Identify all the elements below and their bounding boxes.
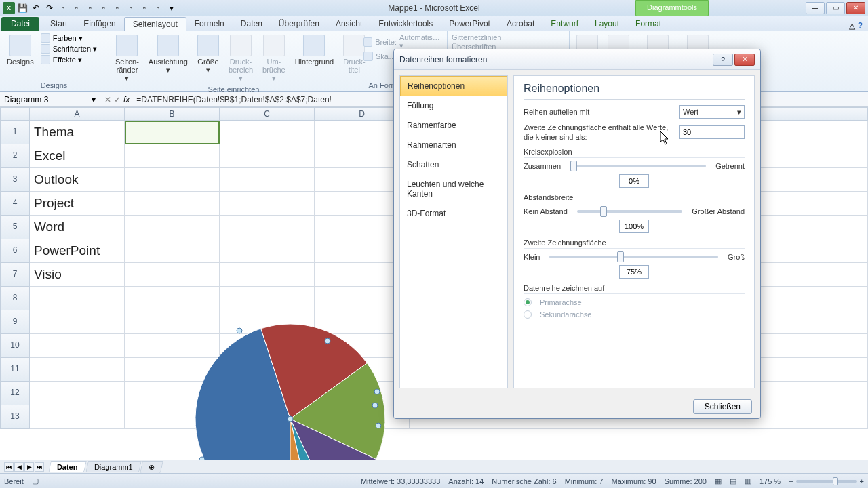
nav-leuchten[interactable]: Leuchten und weiche Kanten [400, 175, 507, 204]
view-pagebreak-icon[interactable]: ▥ [745, 476, 751, 485]
row-header[interactable]: 1 [0, 121, 30, 144]
nav-rahmenarten[interactable]: Rahmenarten [400, 136, 507, 155]
nav-fuellung[interactable]: Füllung [400, 96, 507, 116]
sheet-nav-prev-icon[interactable]: ◀ [14, 462, 24, 472]
tab-einfuegen[interactable]: Einfügen [75, 17, 123, 30]
designs-button[interactable]: Designs [4, 33, 37, 67]
sheet-tab[interactable]: Daten [48, 461, 86, 472]
tab-powerpivot[interactable]: PowerPivot [441, 17, 498, 30]
qat-item-icon[interactable]: ▫ [84, 2, 96, 14]
second-value-input[interactable] [679, 125, 745, 139]
sheet-nav-first-icon[interactable]: ⏮ [4, 462, 14, 472]
row-header[interactable]: 8 [0, 287, 30, 310]
select-all-corner[interactable] [0, 107, 30, 121]
cell[interactable]: Outlook [30, 168, 125, 192]
farben-button[interactable]: Farben ▾ [41, 33, 97, 43]
excel-icon[interactable]: X [3, 2, 15, 14]
qat-item-icon[interactable]: ▫ [71, 2, 83, 14]
cell[interactable]: Excel [30, 144, 125, 168]
ribbon-minimize-icon[interactable]: △ [849, 21, 855, 30]
nav-3dformat[interactable]: 3D-Format [400, 204, 507, 224]
close-dialog-button[interactable]: Schließen [693, 399, 752, 414]
qat-customize-icon[interactable]: ▾ [165, 2, 178, 14]
row-header[interactable]: 12 [0, 382, 30, 405]
sheet-nav-last-icon[interactable]: ⏭ [35, 462, 44, 472]
row-header[interactable]: 2 [0, 144, 30, 168]
cell[interactable] [125, 121, 220, 144]
tab-entwicklertools[interactable]: Entwicklertools [370, 17, 441, 30]
tab-acrobat[interactable]: Acrobat [498, 17, 542, 30]
row-header[interactable]: 5 [0, 216, 30, 239]
enter-formula-icon[interactable]: ✓ [114, 95, 121, 104]
secondplot-slider[interactable] [549, 256, 717, 258]
cancel-formula-icon[interactable]: ✕ [104, 95, 111, 104]
seitenraender-button[interactable]: Seiten- ränder ▾ [113, 33, 142, 84]
nav-schatten[interactable]: Schatten [400, 155, 507, 175]
sheet-tab[interactable]: Diagramm1 [85, 461, 141, 472]
zoom-slider[interactable] [796, 480, 857, 483]
row-header[interactable]: 6 [0, 239, 30, 263]
schriftarten-button[interactable]: Schriftarten ▾ [41, 44, 97, 54]
dialog-help-button[interactable]: ? [713, 54, 733, 66]
fx-icon[interactable]: fx [123, 95, 130, 104]
redo-icon[interactable]: ↷ [43, 2, 56, 14]
col-header[interactable]: B [125, 107, 220, 121]
dialog-close-button[interactable]: ✕ [734, 54, 755, 66]
qat-item-icon[interactable]: ▫ [138, 2, 151, 14]
hintergrund-button[interactable]: Hintergrund [292, 33, 336, 67]
cell[interactable]: Project [30, 192, 125, 216]
help-icon[interactable]: ? [858, 21, 863, 30]
row-header[interactable]: 7 [0, 263, 30, 287]
cell[interactable] [220, 121, 315, 144]
row-header[interactable]: 13 [0, 405, 30, 429]
row-header[interactable]: 11 [0, 358, 30, 382]
col-header[interactable]: C [220, 107, 315, 121]
view-pagelayout-icon[interactable]: ▤ [730, 476, 736, 485]
explosion-val[interactable]: 0% [619, 174, 649, 188]
name-box[interactable]: Diagramm 3▾ [0, 94, 100, 106]
nav-rahmenfarbe[interactable]: Rahmenfarbe [400, 116, 507, 136]
qat-item-icon[interactable]: ▫ [125, 2, 137, 14]
tab-seitenlayout[interactable]: Seitenlayout [124, 17, 186, 31]
tab-start[interactable]: Start [42, 17, 75, 30]
tab-format[interactable]: Format [627, 17, 669, 30]
close-button[interactable]: ✕ [846, 2, 865, 14]
row-header[interactable]: 9 [0, 310, 30, 334]
col-header[interactable]: A [30, 107, 125, 121]
tab-formeln[interactable]: Formeln [186, 17, 233, 30]
cell[interactable]: PowerPoint [30, 239, 125, 263]
zoom-level[interactable]: 175 % [760, 477, 781, 485]
qat-item-icon[interactable]: ▫ [152, 2, 164, 14]
split-combo[interactable]: Wert▾ [679, 105, 745, 119]
view-normal-icon[interactable]: ▦ [715, 476, 722, 485]
ausrichtung-button[interactable]: Ausrichtung ▾ [146, 33, 191, 76]
gap-val[interactable]: 100% [619, 220, 649, 233]
cell[interactable]: Visio [30, 263, 125, 287]
qat-item-icon[interactable]: ▫ [98, 2, 110, 14]
save-icon[interactable]: 💾 [16, 2, 28, 14]
file-tab[interactable]: Datei [1, 17, 39, 30]
sheet-nav-next-icon[interactable]: ▶ [24, 462, 34, 472]
tab-ueberpruefen[interactable]: Überprüfen [271, 17, 328, 30]
cell[interactable]: Word [30, 216, 125, 239]
gap-slider[interactable] [577, 210, 683, 213]
tab-daten[interactable]: Daten [233, 17, 271, 30]
qat-item-icon[interactable]: ▫ [57, 2, 69, 14]
effekte-button[interactable]: Effekte ▾ [41, 55, 97, 64]
row-header[interactable]: 3 [0, 168, 30, 192]
tab-entwurf[interactable]: Entwurf [542, 17, 587, 30]
minimize-button[interactable]: — [806, 2, 825, 14]
new-sheet-button[interactable]: ⊕ [140, 461, 164, 473]
secondplot-val[interactable]: 75% [619, 265, 649, 279]
zoom-out-button[interactable]: − [789, 477, 793, 485]
maximize-button[interactable]: ▭ [826, 2, 845, 14]
row-header[interactable]: 4 [0, 192, 30, 216]
tab-layout[interactable]: Layout [587, 17, 627, 30]
explosion-slider[interactable] [570, 165, 706, 167]
nav-reihenoptionen[interactable]: Reihenoptionen [400, 76, 507, 96]
macro-record-icon[interactable]: ▢ [32, 476, 39, 485]
tab-ansicht[interactable]: Ansicht [328, 17, 370, 30]
cell[interactable]: Thema [30, 121, 125, 144]
undo-icon[interactable]: ↶ [30, 2, 42, 14]
groesse-button[interactable]: Größe ▾ [195, 33, 222, 76]
